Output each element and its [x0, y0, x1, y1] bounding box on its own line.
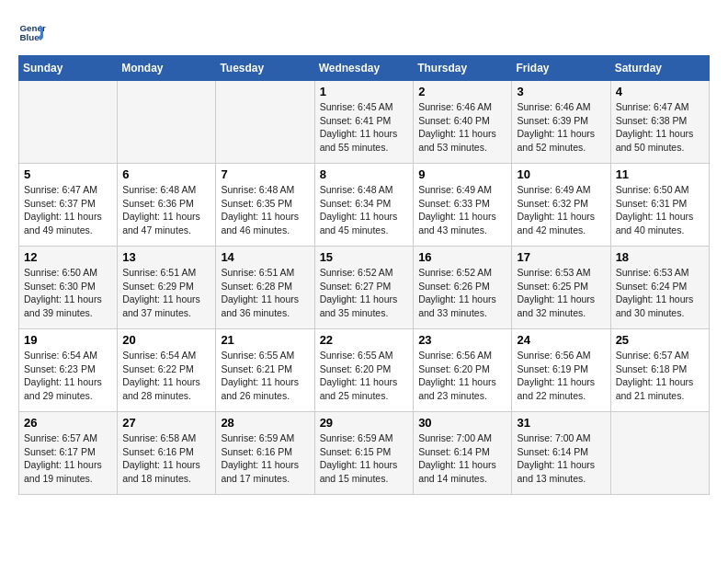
- calendar-cell: [610, 412, 709, 495]
- calendar-cell: 22Sunrise: 6:55 AMSunset: 6:20 PMDayligh…: [314, 329, 414, 412]
- header-cell-sunday: Sunday: [19, 56, 118, 81]
- day-number: 30: [418, 416, 506, 430]
- cell-content: Sunrise: 6:58 AMSunset: 6:16 PMDaylight:…: [122, 431, 210, 486]
- calendar-cell: 15Sunrise: 6:52 AMSunset: 6:27 PMDayligh…: [314, 247, 414, 329]
- week-row-3: 12Sunrise: 6:50 AMSunset: 6:30 PMDayligh…: [19, 247, 710, 329]
- cell-content: Sunrise: 7:00 AMSunset: 6:14 PMDaylight:…: [418, 431, 506, 486]
- day-number: 26: [24, 416, 112, 430]
- cell-content: Sunrise: 6:57 AMSunset: 6:18 PMDaylight:…: [616, 349, 704, 403]
- cell-content: Sunrise: 6:54 AMSunset: 6:22 PMDaylight:…: [122, 349, 210, 403]
- cell-content: Sunrise: 6:50 AMSunset: 6:30 PMDaylight:…: [24, 266, 112, 320]
- calendar-cell: 26Sunrise: 6:57 AMSunset: 6:17 PMDayligh…: [19, 412, 118, 495]
- header-cell-wednesday: Wednesday: [314, 56, 414, 81]
- header-row: SundayMondayTuesdayWednesdayThursdayFrid…: [19, 56, 710, 81]
- cell-content: Sunrise: 6:52 AMSunset: 6:27 PMDaylight:…: [320, 266, 409, 320]
- day-number: 27: [122, 416, 210, 430]
- day-number: 15: [320, 250, 409, 264]
- header-cell-friday: Friday: [512, 56, 610, 81]
- day-number: 18: [616, 250, 704, 264]
- page-header: General Blue: [18, 18, 710, 46]
- header-cell-tuesday: Tuesday: [216, 56, 314, 81]
- day-number: 1: [320, 85, 409, 98]
- calendar-cell: 2Sunrise: 6:46 AMSunset: 6:40 PMDaylight…: [414, 81, 512, 164]
- calendar-cell: 12Sunrise: 6:50 AMSunset: 6:30 PMDayligh…: [19, 247, 118, 329]
- calendar-cell: 21Sunrise: 6:55 AMSunset: 6:21 PMDayligh…: [216, 329, 314, 412]
- day-number: 19: [24, 333, 112, 347]
- calendar-cell: 16Sunrise: 6:52 AMSunset: 6:26 PMDayligh…: [414, 247, 512, 329]
- day-number: 6: [122, 167, 210, 181]
- cell-content: Sunrise: 6:57 AMSunset: 6:17 PMDaylight:…: [24, 431, 112, 486]
- cell-content: Sunrise: 6:48 AMSunset: 6:34 PMDaylight:…: [320, 183, 409, 237]
- cell-content: Sunrise: 6:45 AMSunset: 6:41 PMDaylight:…: [320, 100, 409, 155]
- calendar-cell: 1Sunrise: 6:45 AMSunset: 6:41 PMDaylight…: [314, 81, 414, 164]
- calendar-cell: 14Sunrise: 6:51 AMSunset: 6:28 PMDayligh…: [216, 247, 314, 329]
- calendar-cell: 17Sunrise: 6:53 AMSunset: 6:25 PMDayligh…: [512, 247, 610, 329]
- day-number: 25: [616, 333, 704, 347]
- calendar-cell: 24Sunrise: 6:56 AMSunset: 6:19 PMDayligh…: [512, 329, 610, 412]
- calendar-cell: 28Sunrise: 6:59 AMSunset: 6:16 PMDayligh…: [216, 412, 314, 495]
- cell-content: Sunrise: 6:50 AMSunset: 6:31 PMDaylight:…: [616, 183, 704, 237]
- day-number: 5: [24, 167, 112, 181]
- day-number: 7: [221, 167, 309, 181]
- day-number: 23: [418, 333, 506, 347]
- cell-content: Sunrise: 6:55 AMSunset: 6:20 PMDaylight:…: [320, 349, 409, 403]
- day-number: 9: [418, 167, 506, 181]
- header-cell-monday: Monday: [118, 56, 216, 81]
- logo: General Blue: [18, 18, 50, 46]
- cell-content: Sunrise: 6:51 AMSunset: 6:28 PMDaylight:…: [221, 266, 309, 320]
- day-number: 2: [418, 85, 506, 98]
- calendar-cell: [19, 81, 118, 164]
- cell-content: Sunrise: 6:55 AMSunset: 6:21 PMDaylight:…: [221, 349, 309, 403]
- logo-icon: General Blue: [18, 18, 46, 46]
- cell-content: Sunrise: 6:47 AMSunset: 6:38 PMDaylight:…: [616, 100, 704, 155]
- header-cell-saturday: Saturday: [610, 56, 709, 81]
- day-number: 24: [517, 333, 605, 347]
- day-number: 17: [517, 250, 605, 264]
- calendar-cell: 4Sunrise: 6:47 AMSunset: 6:38 PMDaylight…: [610, 81, 709, 164]
- cell-content: Sunrise: 6:47 AMSunset: 6:37 PMDaylight:…: [24, 183, 112, 237]
- calendar-cell: 23Sunrise: 6:56 AMSunset: 6:20 PMDayligh…: [414, 329, 512, 412]
- cell-content: Sunrise: 6:53 AMSunset: 6:24 PMDaylight:…: [616, 266, 704, 320]
- day-number: 20: [122, 333, 210, 347]
- calendar-cell: 30Sunrise: 7:00 AMSunset: 6:14 PMDayligh…: [414, 412, 512, 495]
- calendar-cell: 25Sunrise: 6:57 AMSunset: 6:18 PMDayligh…: [610, 329, 709, 412]
- calendar-cell: 13Sunrise: 6:51 AMSunset: 6:29 PMDayligh…: [118, 247, 216, 329]
- cell-content: Sunrise: 7:00 AMSunset: 6:14 PMDaylight:…: [517, 431, 605, 486]
- day-number: 14: [221, 250, 309, 264]
- cell-content: Sunrise: 6:54 AMSunset: 6:23 PMDaylight:…: [24, 349, 112, 403]
- day-number: 31: [517, 416, 605, 430]
- header-cell-thursday: Thursday: [414, 56, 512, 81]
- calendar-cell: 9Sunrise: 6:49 AMSunset: 6:33 PMDaylight…: [414, 164, 512, 247]
- cell-content: Sunrise: 6:56 AMSunset: 6:19 PMDaylight:…: [517, 349, 605, 403]
- day-number: 28: [221, 416, 309, 430]
- day-number: 16: [418, 250, 506, 264]
- calendar-cell: 11Sunrise: 6:50 AMSunset: 6:31 PMDayligh…: [610, 164, 709, 247]
- calendar-cell: 20Sunrise: 6:54 AMSunset: 6:22 PMDayligh…: [118, 329, 216, 412]
- day-number: 21: [221, 333, 309, 347]
- cell-content: Sunrise: 6:49 AMSunset: 6:33 PMDaylight:…: [418, 183, 506, 237]
- calendar-cell: [216, 81, 314, 164]
- calendar-cell: 7Sunrise: 6:48 AMSunset: 6:35 PMDaylight…: [216, 164, 314, 247]
- cell-content: Sunrise: 6:46 AMSunset: 6:40 PMDaylight:…: [418, 100, 506, 155]
- calendar-cell: 8Sunrise: 6:48 AMSunset: 6:34 PMDaylight…: [314, 164, 414, 247]
- week-row-4: 19Sunrise: 6:54 AMSunset: 6:23 PMDayligh…: [19, 329, 710, 412]
- calendar-table: SundayMondayTuesdayWednesdayThursdayFrid…: [18, 55, 710, 495]
- calendar-cell: 6Sunrise: 6:48 AMSunset: 6:36 PMDaylight…: [118, 164, 216, 247]
- day-number: 4: [616, 85, 704, 98]
- calendar-cell: 3Sunrise: 6:46 AMSunset: 6:39 PMDaylight…: [512, 81, 610, 164]
- week-row-1: 1Sunrise: 6:45 AMSunset: 6:41 PMDaylight…: [19, 81, 710, 164]
- calendar-cell: 18Sunrise: 6:53 AMSunset: 6:24 PMDayligh…: [610, 247, 709, 329]
- day-number: 11: [616, 167, 704, 181]
- calendar-cell: [118, 81, 216, 164]
- calendar-cell: 29Sunrise: 6:59 AMSunset: 6:15 PMDayligh…: [314, 412, 414, 495]
- day-number: 8: [320, 167, 409, 181]
- week-row-2: 5Sunrise: 6:47 AMSunset: 6:37 PMDaylight…: [19, 164, 710, 247]
- week-row-5: 26Sunrise: 6:57 AMSunset: 6:17 PMDayligh…: [19, 412, 710, 495]
- cell-content: Sunrise: 6:59 AMSunset: 6:16 PMDaylight:…: [221, 431, 309, 486]
- cell-content: Sunrise: 6:51 AMSunset: 6:29 PMDaylight:…: [122, 266, 210, 320]
- calendar-cell: 19Sunrise: 6:54 AMSunset: 6:23 PMDayligh…: [19, 329, 118, 412]
- cell-content: Sunrise: 6:56 AMSunset: 6:20 PMDaylight:…: [418, 349, 506, 403]
- cell-content: Sunrise: 6:52 AMSunset: 6:26 PMDaylight:…: [418, 266, 506, 320]
- calendar-cell: 5Sunrise: 6:47 AMSunset: 6:37 PMDaylight…: [19, 164, 118, 247]
- calendar-cell: 31Sunrise: 7:00 AMSunset: 6:14 PMDayligh…: [512, 412, 610, 495]
